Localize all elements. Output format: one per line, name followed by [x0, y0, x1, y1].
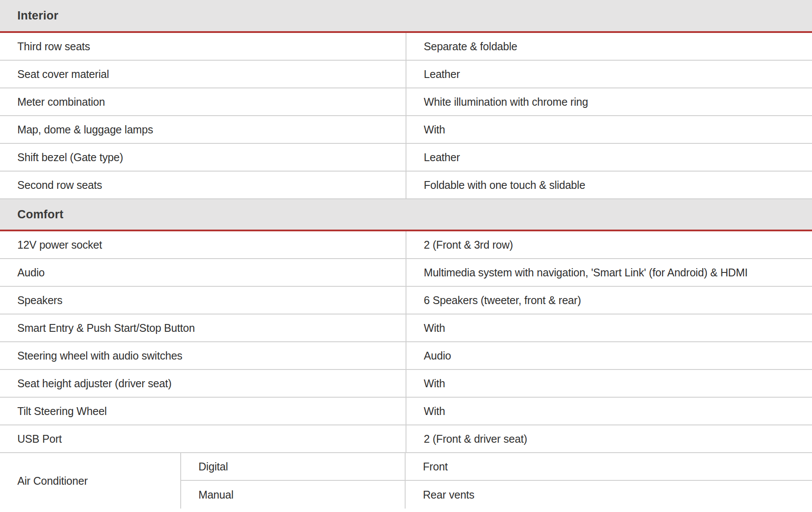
spec-value: Separate & foldable — [406, 33, 812, 60]
spec-value: With — [406, 398, 812, 425]
spec-label: Third row seats — [0, 33, 406, 60]
spec-label: Second row seats — [0, 172, 406, 198]
section-title: Interior — [17, 9, 58, 23]
spec-label: Seat cover material — [0, 61, 406, 87]
spec-value: 6 Speakers (tweeter, front & rear) — [406, 287, 812, 314]
spec-label: USB Port — [0, 425, 406, 452]
table-row: Meter combination White illumination wit… — [0, 88, 812, 116]
vehicle-spec-table: Interior Third row seats Separate & fold… — [0, 0, 812, 512]
table-row: Second row seats Foldable with one touch… — [0, 172, 812, 199]
spec-value: With — [406, 116, 812, 143]
table-group-row-air-conditioner: Air Conditioner Digital Front Manual Rea… — [0, 453, 812, 509]
spec-value: Leather — [406, 144, 812, 171]
spec-value: 2 (Front & 3rd row) — [406, 231, 812, 258]
table-row: Speakers 6 Speakers (tweeter, front & re… — [0, 287, 812, 314]
spec-value: Foldable with one touch & slidable — [406, 172, 812, 198]
section-header-interior: Interior — [0, 0, 812, 33]
table-row: Tilt Steering Wheel With — [0, 398, 812, 425]
spec-label: Audio — [0, 259, 406, 286]
spec-value: White illumination with chrome ring — [406, 88, 812, 115]
spec-label: 12V power socket — [0, 231, 406, 258]
table-sub-row: Manual Rear vents — [181, 481, 812, 509]
group-subrows: Digital Front Manual Rear vents — [181, 453, 812, 509]
table-row: Seat height adjuster (driver seat) With — [0, 370, 812, 398]
table-row: Shift bezel (Gate type) Leather — [0, 144, 812, 172]
spec-label: Seat height adjuster (driver seat) — [0, 370, 406, 397]
table-sub-row: Digital Front — [181, 453, 812, 481]
table-row: Audio Multimedia system with navigation,… — [0, 259, 812, 287]
sub-label: Manual — [181, 481, 406, 509]
table-row: Map, dome & luggage lamps With — [0, 116, 812, 144]
table-row: Seat cover material Leather — [0, 61, 812, 88]
spec-value: Rear vents — [406, 481, 812, 509]
sub-label: Digital — [181, 453, 406, 480]
table-row: Smart Entry & Push Start/Stop Button Wit… — [0, 314, 812, 342]
spec-label: Shift bezel (Gate type) — [0, 144, 406, 171]
table-row: Steering wheel with audio switches Audio — [0, 342, 812, 370]
spec-label: Map, dome & luggage lamps — [0, 116, 406, 143]
section-header-comfort: Comfort — [0, 199, 812, 231]
spec-label: Steering wheel with audio switches — [0, 342, 406, 369]
group-label: Air Conditioner — [0, 453, 181, 509]
spec-value: Multimedia system with navigation, 'Smar… — [406, 259, 812, 286]
spec-label: Speakers — [0, 287, 406, 314]
table-row: Third row seats Separate & foldable — [0, 33, 812, 61]
section-title: Comfort — [17, 208, 63, 221]
spec-label: Tilt Steering Wheel — [0, 398, 406, 425]
table-row: 12V power socket 2 (Front & 3rd row) — [0, 231, 812, 259]
spec-label: Smart Entry & Push Start/Stop Button — [0, 314, 406, 341]
spec-label: Meter combination — [0, 88, 406, 115]
spec-value: Leather — [406, 61, 812, 87]
spec-value: Front — [406, 453, 812, 480]
spec-value: Audio — [406, 342, 812, 369]
table-row: USB Port 2 (Front & driver seat) — [0, 425, 812, 453]
spec-value: With — [406, 314, 812, 341]
spec-value: 2 (Front & driver seat) — [406, 425, 812, 452]
spec-value: With — [406, 370, 812, 397]
